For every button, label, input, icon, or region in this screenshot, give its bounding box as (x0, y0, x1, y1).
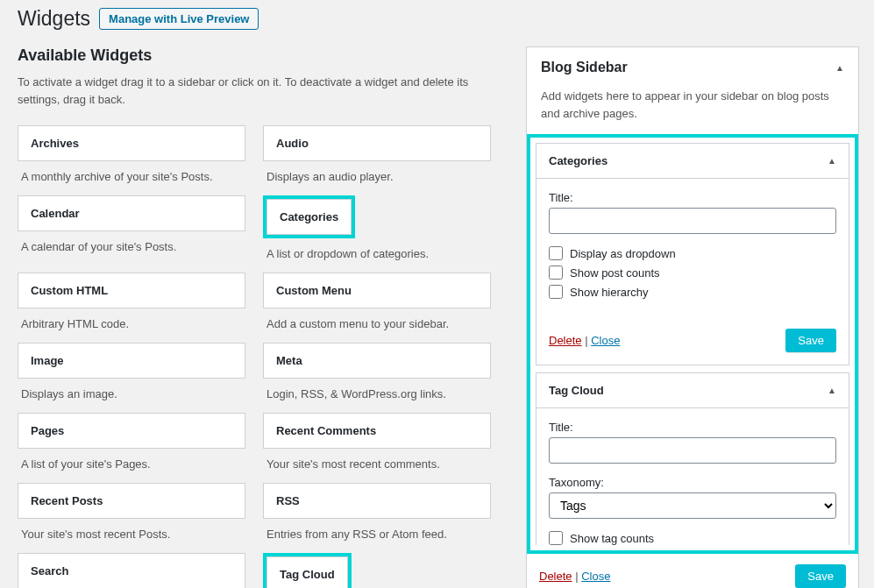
categories-title-input[interactable] (549, 208, 836, 234)
show-tag-counts-checkbox[interactable] (549, 531, 563, 545)
show-post-counts-label: Show post counts (570, 266, 660, 280)
widget-title[interactable]: Audio (263, 125, 491, 161)
widget-desc: Login, RSS, & WordPress.org links. (263, 379, 491, 413)
show-hierarchy-label: Show hierarchy (570, 286, 649, 299)
widget-title[interactable]: Recent Comments (263, 413, 491, 449)
widget-desc: A list or dropdown of categories. (263, 238, 491, 273)
available-widget-item: Recent PostsYour site's most recent Post… (18, 483, 245, 553)
highlight-box: Categories (263, 195, 355, 238)
available-widget-item: AudioDisplays an audio player. (263, 125, 491, 195)
available-widget-item: Custom HTMLArbitrary HTML code. (18, 273, 245, 343)
available-widget-item: Custom MenuAdd a custom menu to your sid… (263, 273, 491, 343)
show-hierarchy-checkbox[interactable] (549, 285, 563, 299)
widget-title[interactable]: Pages (18, 413, 245, 449)
widget-desc: Your site's most recent Posts. (18, 519, 245, 553)
widget-title[interactable]: RSS (263, 483, 491, 519)
available-widgets-heading: Available Widgets (18, 46, 491, 65)
collapse-icon: ▲ (828, 386, 836, 395)
widget-title[interactable]: Tag Cloud (266, 556, 348, 588)
collapse-icon: ▲ (835, 63, 844, 73)
manage-live-preview-button[interactable]: Manage with Live Preview (99, 8, 259, 30)
categories-save-button[interactable]: Save (785, 329, 836, 352)
blog-sidebar-desc: Add widgets here to appear in your sideb… (527, 88, 858, 134)
tagcloud-title-label: Title: (549, 421, 836, 434)
collapse-icon: ▲ (828, 156, 836, 166)
widget-desc: Your site's most recent comments. (263, 449, 491, 483)
blog-sidebar-header[interactable]: Blog Sidebar ▲ (527, 47, 858, 88)
widget-title[interactable]: Search (18, 553, 245, 588)
available-widget-item: RSSEntries from any RSS or Atom feed. (263, 483, 491, 553)
available-widget-item: CalendarA calendar of your site's Posts. (18, 195, 245, 273)
categories-widget-header[interactable]: Categories ▲ (536, 144, 849, 179)
tagcloud-save-button[interactable]: Save (795, 564, 846, 588)
available-widget-item: MetaLogin, RSS, & WordPress.org links. (263, 343, 491, 413)
widget-desc: A monthly archive of your site's Posts. (18, 161, 245, 195)
highlight-box: Tag Cloud (263, 553, 352, 588)
widget-desc: A calendar of your site's Posts. (18, 231, 245, 266)
tagcloud-title-input[interactable] (549, 437, 836, 464)
widget-title[interactable]: Archives (18, 125, 245, 161)
widget-title[interactable]: Meta (263, 343, 491, 379)
widget-desc: A list of your site's Pages. (18, 449, 245, 483)
available-widget-item: ImageDisplays an image. (18, 343, 245, 413)
tagcloud-taxonomy-label: Taxonomy: (549, 476, 836, 489)
display-as-dropdown-label: Display as dropdown (570, 247, 676, 260)
widget-desc: Displays an audio player. (263, 161, 491, 195)
widget-desc: Displays an image. (18, 379, 245, 413)
sidebar-widget-categories: Categories ▲ Title: Display as dropdown … (536, 143, 849, 365)
widget-desc: Add a custom menu to your sidebar. (263, 308, 491, 343)
tagcloud-close-link[interactable]: Close (581, 570, 610, 583)
available-widget-item: Search (18, 553, 245, 588)
page-title: Widgets (18, 7, 90, 31)
categories-title-label: Title: (549, 191, 836, 204)
available-widget-item: Tag Cloud (263, 553, 491, 588)
available-widget-item: PagesA list of your site's Pages. (18, 413, 245, 483)
available-widgets-desc: To activate a widget drag it to a sideba… (18, 74, 491, 108)
tagcloud-widget-header[interactable]: Tag Cloud ▲ (536, 373, 849, 408)
sidebar-widget-tagcloud: Tag Cloud ▲ Title: Taxonomy: Tags Show t… (536, 372, 849, 545)
categories-widget-title: Categories (549, 154, 608, 167)
tagcloud-delete-link[interactable]: Delete (539, 570, 572, 583)
blog-sidebar-title: Blog Sidebar (541, 60, 628, 75)
tagcloud-taxonomy-select[interactable]: Tags (549, 492, 836, 519)
widget-desc: Arbitrary HTML code. (18, 308, 245, 343)
widget-title[interactable]: Custom HTML (18, 273, 245, 308)
widget-title[interactable]: Categories (266, 199, 352, 235)
widget-title[interactable]: Recent Posts (18, 483, 245, 519)
show-tag-counts-label: Show tag counts (570, 532, 654, 545)
widget-title[interactable]: Image (18, 343, 245, 379)
categories-close-link[interactable]: Close (591, 334, 620, 347)
widget-title[interactable]: Custom Menu (263, 273, 491, 308)
available-widget-item: Recent CommentsYour site's most recent c… (263, 413, 491, 483)
available-widget-item: ArchivesA monthly archive of your site's… (18, 125, 245, 195)
available-widget-item: CategoriesA list or dropdown of categori… (263, 195, 491, 273)
widget-title[interactable]: Calendar (18, 195, 245, 231)
widget-desc: Entries from any RSS or Atom feed. (263, 519, 491, 553)
tagcloud-widget-title: Tag Cloud (549, 384, 604, 397)
show-post-counts-checkbox[interactable] (549, 266, 563, 280)
categories-delete-link[interactable]: Delete (549, 334, 582, 347)
display-as-dropdown-checkbox[interactable] (549, 246, 563, 260)
highlighted-widgets-area: Categories ▲ Title: Display as dropdown … (527, 134, 858, 554)
